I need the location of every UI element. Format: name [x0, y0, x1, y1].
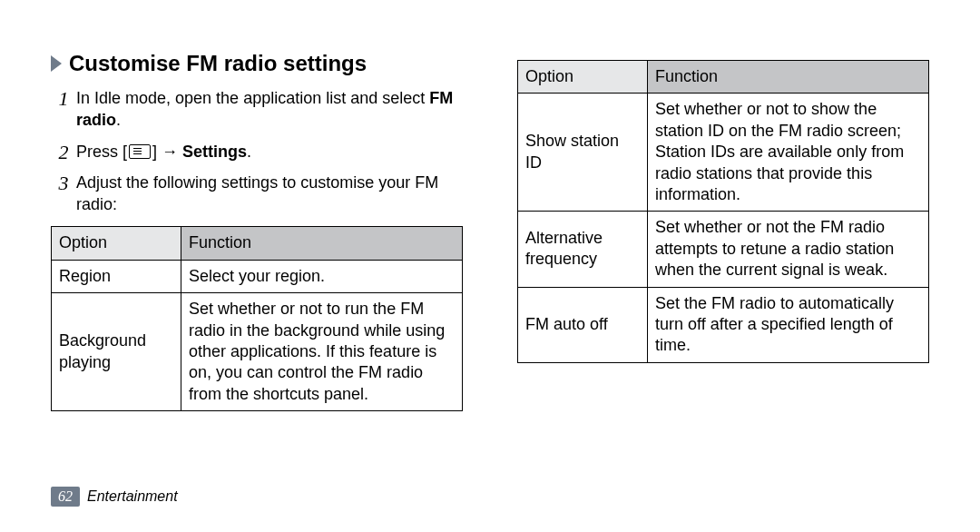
menu-key-icon: [129, 144, 151, 159]
cell-option: Alternative frequency: [518, 212, 648, 287]
cell-function: Select your region.: [181, 260, 463, 292]
chevron-right-icon: [51, 55, 62, 72]
settings-table-right: Option Function Show station ID Set whet…: [517, 60, 929, 363]
section-heading: Customise FM radio settings: [69, 51, 367, 76]
step-bold: Settings: [182, 143, 247, 161]
table-row: Alternative frequency Set whether or not…: [518, 212, 929, 287]
step-2: 2 Press [] → Settings.: [51, 141, 463, 163]
col-header-function: Function: [648, 61, 929, 94]
step-body: Press [] → Settings.: [76, 141, 463, 163]
col-header-function: Function: [181, 227, 463, 260]
table-row: Show station ID Set whether or not to sh…: [518, 94, 929, 212]
cell-function: Set the FM radio to automatically turn o…: [648, 287, 929, 362]
cell-function: Set whether or not to show the station I…: [648, 94, 929, 212]
page-footer: 62 Entertainment: [51, 487, 178, 507]
step-3: 3 Adjust the following settings to custo…: [51, 172, 463, 216]
settings-table-left: Option Function Region Select your regio…: [51, 226, 463, 411]
step-number: 3: [51, 172, 76, 193]
cell-option: FM auto off: [518, 287, 648, 362]
table-header-row: Option Function: [52, 227, 463, 260]
step-body: In Idle mode, open the application list …: [76, 87, 463, 132]
step-number: 1: [51, 87, 76, 109]
columns: Customise FM radio settings 1 In Idle mo…: [51, 51, 929, 411]
left-column: Customise FM radio settings 1 In Idle mo…: [51, 51, 463, 411]
cell-function: Set whether or not the FM radio attempts…: [648, 212, 929, 287]
step-text: Adjust the following settings to customi…: [76, 173, 438, 213]
step-body: Adjust the following settings to customi…: [76, 172, 463, 216]
right-column: Option Function Show station ID Set whet…: [517, 51, 929, 411]
cell-option: Region: [52, 260, 181, 292]
step-text: In Idle mode, open the application list …: [76, 89, 429, 107]
page-number-badge: 62: [51, 487, 80, 507]
table-row: Region Select your region.: [52, 260, 463, 292]
cell-function: Set whether or not to run the FM radio i…: [181, 293, 463, 411]
step-number: 2: [51, 141, 76, 163]
step-text: ] →: [152, 143, 182, 161]
table-row: Background playing Set whether or not to…: [52, 293, 463, 411]
footer-category: Entertainment: [87, 488, 178, 505]
step-1: 1 In Idle mode, open the application lis…: [51, 87, 463, 132]
col-header-option: Option: [518, 61, 648, 94]
table-header-row: Option Function: [518, 61, 929, 94]
col-header-option: Option: [52, 227, 181, 260]
table-row: FM auto off Set the FM radio to automati…: [518, 287, 929, 362]
step-text: .: [116, 111, 121, 129]
heading-row: Customise FM radio settings: [51, 51, 463, 76]
steps-list: 1 In Idle mode, open the application lis…: [51, 87, 463, 215]
step-text: .: [247, 143, 251, 161]
step-text: Press [: [76, 143, 127, 161]
cell-option: Background playing: [52, 293, 181, 411]
cell-option: Show station ID: [518, 94, 648, 212]
manual-page: Customise FM radio settings 1 In Idle mo…: [0, 0, 980, 532]
